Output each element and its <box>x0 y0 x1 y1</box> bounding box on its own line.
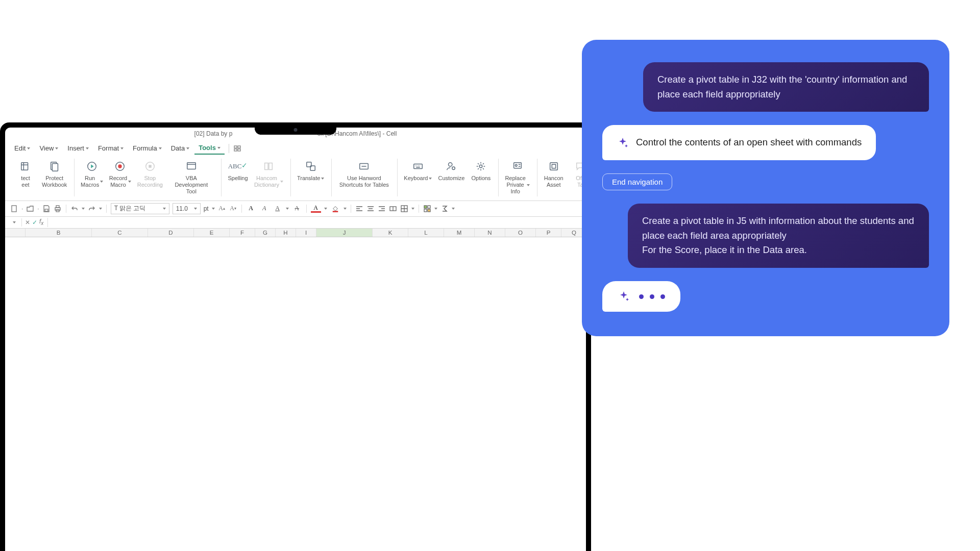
svg-rect-33 <box>424 209 427 212</box>
stop-recording-button: Stop Recording <box>135 159 165 196</box>
user-message-2: Create a pivot table in J5 with informat… <box>628 204 929 268</box>
svg-rect-32 <box>428 206 430 208</box>
play-icon <box>85 160 99 173</box>
assistant-typing <box>602 281 680 312</box>
svg-rect-1 <box>238 146 240 148</box>
user-message-1: Create a pivot table in J32 with the 'co… <box>643 62 929 112</box>
font-grow-icon[interactable]: A▴ <box>218 205 226 213</box>
open-icon[interactable] <box>26 205 34 213</box>
keyboard-icon <box>411 160 425 173</box>
menu-format[interactable]: Format <box>94 142 128 154</box>
hancom-asset-button[interactable]: Hancon Asset <box>542 159 566 196</box>
vba-icon <box>185 160 198 173</box>
font-unit-label: pt <box>204 205 209 212</box>
stop-icon <box>143 160 157 173</box>
svg-rect-16 <box>414 164 423 168</box>
hancom-dictionary-button: Hancom Dictionary <box>252 159 285 196</box>
ai-chat-panel: Create a pivot table in J32 with the 'co… <box>582 40 949 336</box>
svg-rect-0 <box>234 146 237 148</box>
autosum-icon[interactable] <box>440 205 449 213</box>
bold-button[interactable]: A <box>246 204 256 214</box>
svg-point-17 <box>449 163 452 166</box>
svg-rect-34 <box>428 209 430 212</box>
workbook-lock-icon <box>48 160 61 173</box>
menu-formula[interactable]: Formula <box>129 142 166 154</box>
gear-icon <box>474 160 487 173</box>
sparkle-icon <box>618 290 630 303</box>
hanword-shortcuts-button[interactable]: Use Hanword Shortcuts for Tables <box>336 159 392 196</box>
sparkle-icon <box>617 137 629 149</box>
formula-input[interactable] <box>47 218 581 227</box>
underline-button[interactable]: A <box>273 204 283 214</box>
save-icon[interactable] <box>42 205 51 213</box>
translate-button[interactable]: Translate <box>295 159 326 196</box>
svg-rect-3 <box>238 149 240 151</box>
merge-icon[interactable] <box>389 205 397 213</box>
spelling-button[interactable]: ABC✓ Spelling <box>226 159 250 196</box>
svg-rect-6 <box>52 164 58 171</box>
borders-icon[interactable] <box>400 205 408 213</box>
fill-color-button[interactable] <box>330 204 340 214</box>
svg-rect-4 <box>21 163 28 170</box>
quick-toolbar: · · T 맑은 고딕 11.0 pt A▴ A▾ A A A A A <box>5 201 586 217</box>
dictionary-icon <box>262 160 275 173</box>
cancel-fx-icon[interactable]: ✕ <box>25 219 30 226</box>
font-size-select[interactable]: 11.0 <box>173 203 201 214</box>
vba-tool-button[interactable]: VBA Development Tool <box>167 159 216 196</box>
align-center-icon[interactable] <box>366 205 375 213</box>
font-family-select[interactable]: T 맑은 고딕 <box>111 203 169 214</box>
undo-icon[interactable] <box>70 205 79 213</box>
svg-rect-12 <box>187 163 196 169</box>
align-left-icon[interactable] <box>355 205 363 213</box>
align-right-icon[interactable] <box>378 205 386 213</box>
new-doc-icon[interactable] <box>10 205 18 213</box>
font-shrink-icon[interactable]: A▾ <box>229 205 237 213</box>
customize-button[interactable]: Customize <box>436 159 467 196</box>
svg-point-19 <box>480 165 483 168</box>
print-icon[interactable] <box>54 205 62 213</box>
typing-dots-icon <box>639 294 665 299</box>
svg-rect-11 <box>149 165 152 168</box>
spellcheck-icon: ABC✓ <box>231 160 244 173</box>
svg-rect-26 <box>56 206 59 208</box>
record-icon <box>113 160 127 173</box>
strike-button[interactable]: A <box>292 204 302 214</box>
replace-private-info-button[interactable]: Replace Private Info <box>503 159 531 196</box>
menu-insert[interactable]: Insert <box>63 142 93 154</box>
accept-fx-icon[interactable]: ✓ <box>32 219 37 226</box>
protect-workbook-button[interactable]: Protect Workbook <box>40 159 69 196</box>
svg-rect-27 <box>56 210 59 212</box>
keyboard-button[interactable]: Keyboard <box>402 159 434 196</box>
laptop-notch <box>255 122 336 135</box>
menu-view[interactable]: View <box>35 142 62 154</box>
menu-data[interactable]: Data <box>167 142 193 154</box>
title-left: [02] Data by p <box>194 130 233 137</box>
menu-bar: Edit View Insert Format Formula Data Too… <box>5 140 586 155</box>
menu-tools[interactable]: Tools <box>194 142 225 155</box>
app-window: [02] Data by p sx [D:\Hancom AI\files\] … <box>5 128 586 551</box>
svg-rect-31 <box>424 206 427 208</box>
svg-rect-2 <box>234 149 237 151</box>
svg-rect-24 <box>45 209 48 211</box>
options-button[interactable]: Options <box>469 159 493 196</box>
namebox-dropdown-icon[interactable] <box>10 218 18 227</box>
redo-icon[interactable] <box>88 205 96 213</box>
italic-button[interactable]: A <box>259 204 270 214</box>
translate-icon <box>304 160 317 173</box>
menu-edit[interactable]: Edit <box>10 142 34 154</box>
end-navigation-button[interactable]: End navigation <box>602 173 672 190</box>
shortcut-icon <box>357 160 371 173</box>
svg-point-9 <box>118 164 122 168</box>
cell-style-icon[interactable] <box>423 205 431 213</box>
svg-rect-28 <box>332 211 338 212</box>
record-macro-button[interactable]: Record Macro <box>107 159 133 196</box>
font-color-button[interactable]: A <box>311 204 321 213</box>
formula-bar: ✕ ✓ fx <box>5 217 586 229</box>
fx-label: fx <box>39 218 43 226</box>
column-headers[interactable]: BCDEFGHIJKLMNOPQ <box>5 229 586 237</box>
ribbon-tools: tect eet Protect Workbook Run Macros Rec… <box>5 155 586 201</box>
run-macros-button[interactable]: Run Macros <box>79 159 105 196</box>
protect-sheet-button[interactable]: tect eet <box>13 159 38 196</box>
svg-rect-22 <box>550 163 557 170</box>
menu-overflow-icon[interactable] <box>233 144 241 153</box>
